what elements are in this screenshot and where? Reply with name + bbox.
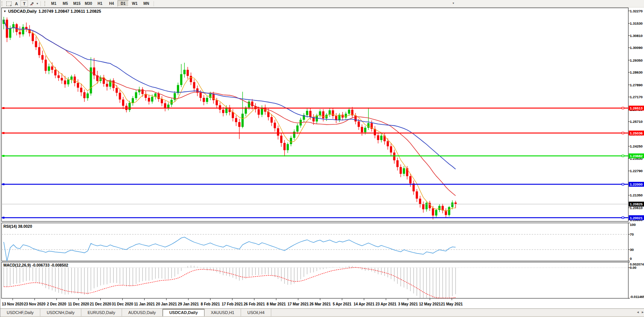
svg-text:1.25036: 1.25036 <box>630 131 643 135</box>
svg-text:26 Feb 2021: 26 Feb 2021 <box>244 302 265 306</box>
svg-text:13 Nov 2020: 13 Nov 2020 <box>2 302 24 306</box>
svg-text:1.20021: 1.20021 <box>630 216 643 220</box>
svg-text:8 Feb 2021: 8 Feb 2021 <box>201 302 220 306</box>
tab-usdcad-daily[interactable]: USDCAD,Daily <box>163 309 204 316</box>
svg-text:23 Apr 2021: 23 Apr 2021 <box>376 302 397 306</box>
tab-scroll-right-icon[interactable]: ▸ <box>642 310 644 315</box>
toolbar: F A T ▾ M1M5M15M30H1H4D1W1MN ▾ <box>0 0 644 7</box>
tab-scroll-left-icon[interactable]: ◂ <box>637 310 639 315</box>
svg-text:11 Dec 2020: 11 Dec 2020 <box>68 302 89 306</box>
svg-text:1.23682: 1.23682 <box>630 154 643 158</box>
svg-text:31 Dec 2020: 31 Dec 2020 <box>112 302 134 306</box>
svg-text:3 May 2021: 3 May 2021 <box>398 302 418 306</box>
text-label-icon[interactable]: A <box>13 1 20 6</box>
svg-text:12 May 2021: 12 May 2021 <box>419 302 441 306</box>
svg-text:2 Dec 2020: 2 Dec 2020 <box>47 302 66 306</box>
svg-text:1.20825: 1.20825 <box>630 202 643 206</box>
svg-text:1.27890: 1.27890 <box>630 83 643 87</box>
svg-text:26 Mar 2021: 26 Mar 2021 <box>310 302 331 306</box>
toolbar-grip-2[interactable] <box>44 1 47 6</box>
timeframe-m1[interactable]: M1 <box>48 0 59 7</box>
timeframe-m30[interactable]: M30 <box>83 0 94 7</box>
svg-text:1.30810: 1.30810 <box>630 34 643 38</box>
timeframe-d1[interactable]: D1 <box>118 0 129 7</box>
svg-text:1.22000: 1.22000 <box>630 182 643 186</box>
timeframe-w1[interactable]: W1 <box>129 0 140 7</box>
tab-usdcnh-daily[interactable]: USDCNH,Daily <box>40 309 81 316</box>
svg-text:1.24250: 1.24250 <box>630 144 643 148</box>
toolbar-grip[interactable] <box>1 1 4 6</box>
svg-text:8 Mar 2021: 8 Mar 2021 <box>267 302 286 306</box>
mt4-window: F A T ▾ M1M5M15M30H1H4D1W1MN ▾ 1.322701.… <box>0 0 644 317</box>
symbol-tabbar: USDCHF,DailyUSDCNH,DailyEURUSD,DailyAUDU… <box>0 308 644 316</box>
svg-text:17 Mar 2021: 17 Mar 2021 <box>288 302 309 306</box>
tab-usoil-h4[interactable]: USOil,H4 <box>241 309 271 316</box>
svg-text:1.32270: 1.32270 <box>630 9 643 13</box>
svg-text:17 Feb 2021: 17 Feb 2021 <box>222 302 243 306</box>
price-chart[interactable]: 1.322701.315301.308101.300901.293501.286… <box>0 0 644 308</box>
timeframe-m15[interactable]: M15 <box>71 0 82 7</box>
svg-text:1.30090: 1.30090 <box>630 46 643 50</box>
svg-text:1.31530: 1.31530 <box>630 21 643 25</box>
tab-eurusd-daily[interactable]: EURUSD,Daily <box>81 309 122 316</box>
svg-text:1.21350: 1.21350 <box>630 193 643 197</box>
svg-text:1.29350: 1.29350 <box>630 58 643 62</box>
svg-text:21 Dec 2020: 21 Dec 2020 <box>90 302 112 306</box>
svg-text:1.28630: 1.28630 <box>630 70 643 74</box>
svg-text:100: 100 <box>630 223 636 227</box>
template-icon[interactable]: F <box>6 1 12 6</box>
arrows-icon[interactable] <box>29 1 35 6</box>
svg-text:21 May 2021: 21 May 2021 <box>441 302 463 306</box>
svg-text:14 Apr 2021: 14 Apr 2021 <box>354 302 375 306</box>
svg-text:1.27170: 1.27170 <box>630 95 643 99</box>
tab-scroll-buttons: ◂ ▸ <box>637 310 644 315</box>
svg-text:29 Jan 2021: 29 Jan 2021 <box>178 302 199 306</box>
price-axis: 1.322701.315301.308101.300901.293501.286… <box>628 9 643 222</box>
diagonal-arrows-icon <box>29 1 35 6</box>
tab-audusd-daily[interactable]: AUDUSD,Daily <box>122 309 163 316</box>
svg-text:-0.011465: -0.011465 <box>630 295 644 299</box>
svg-text:20 Jan 2021: 20 Jan 2021 <box>156 302 177 306</box>
svg-text:0: 0 <box>630 257 632 261</box>
chart-panels <box>1 8 628 298</box>
svg-text:1.22790: 1.22790 <box>630 169 643 173</box>
svg-text:30: 30 <box>630 248 634 252</box>
timeframe-h4[interactable]: H4 <box>106 0 117 7</box>
toolbar-separator-2 <box>154 1 154 6</box>
svg-text:11 Jan 2021: 11 Jan 2021 <box>134 302 155 306</box>
chevron-down-icon[interactable]: ▾ <box>37 2 38 5</box>
svg-text:5 Apr 2021: 5 Apr 2021 <box>333 302 352 306</box>
svg-text:70: 70 <box>630 232 634 236</box>
tab-usdchf-daily[interactable]: USDCHF,Daily <box>0 309 40 316</box>
svg-text:0.00: 0.00 <box>630 266 637 270</box>
toolbar-separator <box>41 1 41 6</box>
date-axis: 13 Nov 202023 Nov 20202 Dec 202011 Dec 2… <box>2 299 463 307</box>
dashed-box-icon: F <box>6 1 12 6</box>
tab-xauusd-h1[interactable]: XAUUSD,H1 <box>204 309 241 316</box>
svg-text:1.26513: 1.26513 <box>630 106 643 110</box>
text-tool-icon[interactable]: T <box>21 0 28 7</box>
svg-text:1.25710: 1.25710 <box>630 119 643 124</box>
timeframe-h1[interactable]: H1 <box>94 0 106 7</box>
toolbar-overflow-icon[interactable]: ▾ <box>453 1 454 5</box>
svg-text:23 Nov 2020: 23 Nov 2020 <box>24 302 46 306</box>
timeframe-mn[interactable]: MN <box>141 0 152 7</box>
timeframe-m5[interactable]: M5 <box>60 0 71 7</box>
